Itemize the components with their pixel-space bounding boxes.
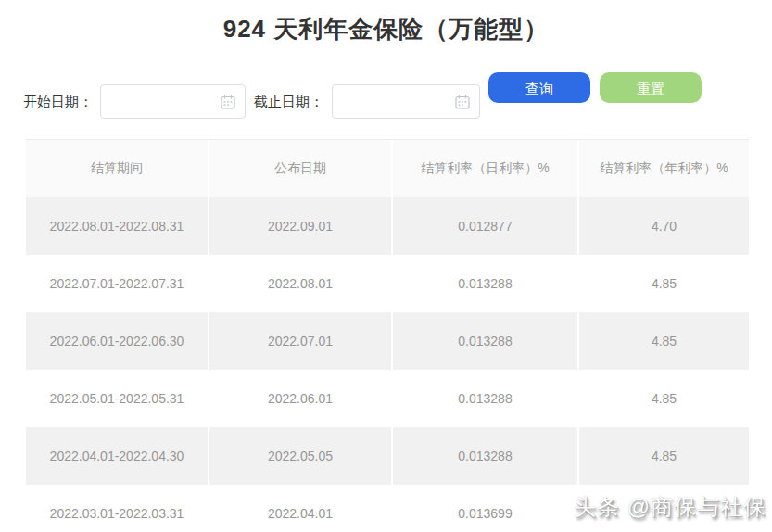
cell-daily-rate: 0.013288 [393,370,577,427]
reset-button[interactable]: 重置 [600,72,702,103]
cell-period: 2022.03.01-2022.03.31 [26,485,208,528]
col-header-daily-rate: 结算利率（日利率）% [393,140,577,197]
end-date-input[interactable] [342,85,452,120]
cell-period: 2022.06.01-2022.06.30 [26,312,208,370]
query-button[interactable]: 查询 [488,72,590,103]
col-header-annual-rate: 结算利率（年利率）% [579,140,749,197]
start-date-input[interactable] [110,85,221,120]
cell-annual-rate: 4.70 [579,197,749,255]
cell-publish-date: 2022.09.01 [209,197,391,255]
cell-publish-date: 2022.04.01 [209,485,391,528]
cell-annual-rate: 4.85 [579,312,749,370]
end-date-label: 截止日期： [254,94,323,111]
cell-period: 2022.05.01-2022.05.31 [26,370,208,427]
page-title: 924 天利年金保险（万能型） [0,13,772,45]
cell-daily-rate: 0.013288 [393,255,577,312]
cell-publish-date: 2022.08.01 [209,255,391,312]
cell-period: 2022.07.01-2022.07.31 [26,255,208,312]
cell-annual-rate: 4.85 [579,255,749,312]
start-date-input-wrap[interactable] [100,84,246,119]
cell-annual-rate: 4.85 [579,370,749,427]
cell-daily-rate: 0.012877 [393,197,577,255]
end-date-input-wrap[interactable] [332,84,480,119]
cell-period: 2022.04.01-2022.04.30 [26,427,208,485]
toutiao-watermark: 头条 @商保与社保 [574,492,766,522]
cell-publish-date: 2022.06.01 [209,370,391,427]
col-header-publish-date: 公布日期 [209,140,391,197]
start-date-label: 开始日期： [23,94,93,111]
rate-table: 结算期间 公布日期 结算利率（日利率）% 结算利率（年利率）% 2022.08.… [26,139,749,528]
cell-daily-rate: 0.013288 [393,312,577,370]
calendar-icon[interactable] [454,94,471,110]
cell-daily-rate: 0.013699 [393,485,577,528]
cell-publish-date: 2022.05.05 [209,427,391,485]
cell-annual-rate: 4.85 [579,427,749,485]
cell-period: 2022.08.01-2022.08.31 [26,197,208,255]
cell-daily-rate: 0.013288 [393,427,577,485]
cell-publish-date: 2022.07.01 [209,312,391,370]
col-header-period: 结算期间 [26,140,208,197]
calendar-icon[interactable] [220,94,236,110]
